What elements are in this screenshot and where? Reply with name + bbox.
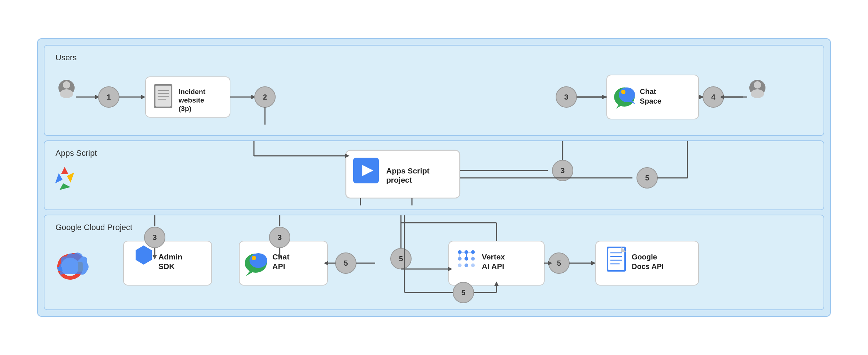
svg-text:API: API (272, 262, 285, 270)
svg-text:Apps Script: Apps Script (386, 166, 430, 175)
svg-text:4: 4 (711, 93, 715, 101)
svg-text:5: 5 (399, 255, 403, 263)
svg-text:Incident: Incident (179, 88, 206, 96)
diagram-container: Users 1 (30, 31, 838, 324)
section-google-cloud: Google Cloud Project Admin SDK (44, 215, 824, 310)
svg-text:SDK: SDK (158, 262, 175, 270)
svg-point-97 (465, 250, 468, 254)
svg-text:5: 5 (557, 259, 561, 267)
svg-text:project: project (386, 176, 412, 184)
svg-point-43 (754, 81, 761, 89)
svg-point-102 (458, 263, 462, 267)
cloud-row-svg: Admin SDK 3 Chat API 3 (44, 215, 827, 311)
svg-text:5: 5 (344, 259, 348, 267)
svg-text:3: 3 (277, 233, 281, 241)
svg-text:AI API: AI API (482, 262, 504, 270)
svg-text:website: website (178, 96, 204, 104)
svg-point-96 (458, 250, 462, 254)
svg-marker-122 (591, 261, 596, 265)
svg-text:Google: Google (632, 253, 657, 261)
svg-point-100 (465, 257, 468, 261)
svg-text:Space: Space (640, 97, 661, 105)
svg-text:2: 2 (263, 93, 267, 101)
svg-marker-8 (141, 95, 146, 99)
svg-text:Admin: Admin (158, 252, 182, 261)
svg-text:3: 3 (153, 233, 157, 241)
section-users: Users 1 (44, 45, 824, 136)
section-users-label: Users (55, 53, 813, 62)
outer-box: Users 1 (37, 38, 831, 317)
svg-point-44 (751, 89, 764, 98)
svg-point-2 (60, 89, 73, 98)
svg-text:(3p): (3p) (179, 105, 191, 112)
svg-point-103 (465, 263, 468, 267)
svg-text:5: 5 (461, 288, 465, 297)
svg-point-98 (471, 250, 475, 254)
svg-text:Docs API: Docs API (632, 262, 664, 270)
users-row-svg: 1 Incident website (3p) (55, 68, 838, 126)
svg-point-1 (63, 81, 70, 89)
svg-text:1: 1 (107, 93, 111, 101)
svg-point-99 (458, 257, 462, 261)
svg-text:Vertex: Vertex (482, 252, 505, 261)
apps-script-row-svg: Apps Script project 3 (44, 141, 827, 207)
svg-text:Chat: Chat (640, 87, 656, 96)
svg-point-81 (250, 253, 267, 268)
svg-text:5: 5 (645, 174, 649, 182)
svg-point-82 (252, 256, 256, 260)
svg-text:3: 3 (560, 166, 564, 175)
svg-point-101 (471, 257, 475, 261)
svg-text:3: 3 (564, 93, 568, 101)
section-apps-script: Apps Script Apps Script project (44, 140, 824, 210)
svg-point-33 (621, 90, 625, 94)
svg-point-104 (471, 263, 475, 267)
